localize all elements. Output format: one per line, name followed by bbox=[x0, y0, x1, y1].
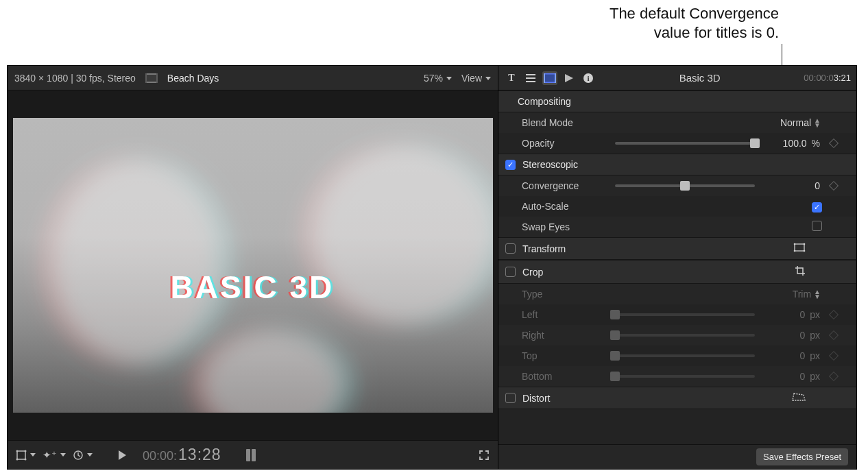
row-opacity: Opacity 100.0 % bbox=[498, 133, 856, 154]
convergence-slider[interactable] bbox=[615, 184, 755, 187]
crop-onscreen-icon[interactable] bbox=[795, 265, 806, 278]
convergence-keyframe[interactable] bbox=[829, 181, 839, 191]
svg-rect-4 bbox=[17, 451, 25, 459]
distort-onscreen-icon[interactable] bbox=[792, 392, 806, 404]
viewer-canvas: BASIC 3D bbox=[13, 118, 493, 413]
transform-checkbox[interactable] bbox=[505, 243, 516, 254]
section-transform[interactable]: Transform bbox=[498, 237, 856, 260]
row-swap-eyes: Swap Eyes bbox=[498, 217, 856, 237]
save-effects-preset-button[interactable]: Save Effects Preset bbox=[756, 448, 848, 465]
swap-eyes-label: Swap Eyes bbox=[522, 221, 610, 232]
svg-point-22 bbox=[804, 243, 806, 245]
svg-point-24 bbox=[804, 250, 806, 252]
viewer-topbar: 3840 × 1080 | 30 fps, Stereo Beach Days … bbox=[8, 66, 498, 90]
swap-eyes-checkbox[interactable] bbox=[812, 221, 822, 231]
section-stereoscopic-label: Stereoscopic bbox=[522, 159, 578, 170]
inspector-panel: T i Basic 3D 00:00:03:21 Compositing bbox=[498, 66, 856, 469]
svg-point-5 bbox=[16, 450, 19, 452]
crop-checkbox[interactable] bbox=[505, 267, 516, 277]
row-auto-scale: Auto-Scale bbox=[498, 196, 856, 217]
svg-rect-2 bbox=[145, 73, 147, 83]
annotation-caption: The default Convergence value for titles… bbox=[610, 4, 779, 42]
row-convergence: Convergence 0 bbox=[498, 175, 856, 196]
opacity-value[interactable]: 100.0 % bbox=[760, 138, 822, 149]
svg-point-8 bbox=[25, 458, 27, 460]
crop-left-value[interactable]: 0 px bbox=[760, 309, 822, 320]
crop-bottom-value[interactable]: 0 px bbox=[760, 371, 822, 382]
convergence-value[interactable]: 0 bbox=[760, 180, 822, 191]
svg-point-23 bbox=[794, 250, 796, 252]
distort-checkbox[interactable] bbox=[505, 393, 516, 403]
title-overlay-text: BASIC 3D bbox=[171, 269, 335, 306]
crop-bottom-keyframe[interactable] bbox=[829, 372, 839, 381]
clip-name: Beach Days bbox=[167, 73, 219, 84]
generator-inspector-tab[interactable] bbox=[562, 71, 577, 85]
crop-top-label: Top bbox=[522, 350, 610, 361]
inspector-footer: Save Effects Preset bbox=[498, 444, 856, 469]
transport-timecode[interactable]: 00:00:13:28 bbox=[143, 446, 221, 464]
annotation-line1: The default Convergence bbox=[610, 4, 779, 23]
retime-tool-menu[interactable] bbox=[73, 450, 93, 461]
svg-text:i: i bbox=[587, 74, 589, 82]
row-crop-right: Right 0 px bbox=[498, 325, 856, 345]
row-crop-bottom: Bottom 0 px bbox=[498, 366, 856, 387]
section-crop-label: Crop bbox=[522, 267, 543, 278]
paragraph-inspector-tab[interactable] bbox=[523, 71, 538, 85]
crop-left-slider[interactable] bbox=[615, 313, 755, 316]
svg-rect-16 bbox=[555, 73, 556, 83]
opacity-slider[interactable] bbox=[615, 142, 755, 145]
play-button[interactable] bbox=[119, 450, 126, 460]
section-distort[interactable]: Distort bbox=[498, 387, 856, 409]
audio-meter-icon[interactable] bbox=[246, 449, 256, 461]
svg-marker-25 bbox=[793, 393, 805, 400]
crop-left-label: Left bbox=[522, 309, 610, 320]
svg-rect-3 bbox=[156, 73, 158, 83]
auto-scale-checkbox[interactable] bbox=[812, 202, 822, 213]
crop-right-slider[interactable] bbox=[615, 334, 755, 337]
crop-right-label: Right bbox=[522, 330, 610, 341]
crop-bottom-slider[interactable] bbox=[615, 375, 755, 378]
transform-tool-menu[interactable] bbox=[16, 450, 36, 461]
filmstrip-icon[interactable] bbox=[145, 73, 158, 83]
crop-top-value[interactable]: 0 px bbox=[760, 350, 822, 361]
crop-bottom-label: Bottom bbox=[522, 371, 610, 382]
fullscreen-button[interactable] bbox=[479, 450, 490, 461]
transform-onscreen-icon[interactable] bbox=[793, 243, 806, 254]
crop-left-keyframe[interactable] bbox=[829, 310, 839, 319]
view-menu[interactable]: View bbox=[461, 73, 491, 84]
viewer-canvas-area[interactable]: BASIC 3D bbox=[8, 90, 498, 440]
section-crop[interactable]: Crop bbox=[498, 260, 856, 284]
section-compositing-label: Compositing bbox=[518, 96, 571, 107]
crop-top-slider[interactable] bbox=[615, 354, 755, 357]
section-compositing[interactable]: Compositing bbox=[498, 90, 856, 112]
svg-point-7 bbox=[16, 458, 19, 460]
svg-marker-17 bbox=[565, 74, 573, 82]
video-inspector-tab[interactable] bbox=[542, 71, 557, 85]
text-inspector-tab[interactable]: T bbox=[504, 71, 519, 85]
row-blend-mode: Blend Mode Normal ▲▼ bbox=[498, 112, 856, 133]
blend-mode-label: Blend Mode bbox=[522, 117, 610, 128]
opacity-label: Opacity bbox=[522, 138, 610, 149]
inspector-header: T i Basic 3D 00:00:03:21 bbox=[498, 66, 856, 90]
section-stereoscopic[interactable]: Stereoscopic bbox=[498, 154, 856, 175]
crop-type-label: Type bbox=[522, 289, 610, 300]
opacity-keyframe[interactable] bbox=[829, 138, 839, 148]
svg-point-6 bbox=[25, 450, 27, 452]
stereoscopic-checkbox[interactable] bbox=[505, 160, 516, 170]
annotation-line2: value for titles is 0. bbox=[610, 23, 779, 43]
convergence-label: Convergence bbox=[522, 180, 610, 191]
zoom-menu[interactable]: 57% bbox=[424, 73, 452, 84]
crop-right-keyframe[interactable] bbox=[829, 330, 839, 340]
section-distort-label: Distort bbox=[522, 393, 550, 404]
auto-scale-label: Auto-Scale bbox=[522, 201, 610, 212]
inspector-title: Basic 3D bbox=[600, 72, 799, 84]
info-inspector-tab[interactable]: i bbox=[581, 71, 596, 85]
crop-right-value[interactable]: 0 px bbox=[760, 330, 822, 341]
crop-type-select[interactable]: Trim ▲▼ bbox=[760, 289, 822, 300]
blend-mode-select[interactable]: Normal ▲▼ bbox=[760, 117, 822, 128]
crop-top-keyframe[interactable] bbox=[829, 351, 839, 361]
svg-rect-15 bbox=[544, 73, 545, 83]
app-window: 3840 × 1080 | 30 fps, Stereo Beach Days … bbox=[7, 65, 857, 470]
svg-point-21 bbox=[794, 243, 796, 245]
enhance-tool-menu[interactable]: ✦⁺ bbox=[43, 449, 66, 461]
